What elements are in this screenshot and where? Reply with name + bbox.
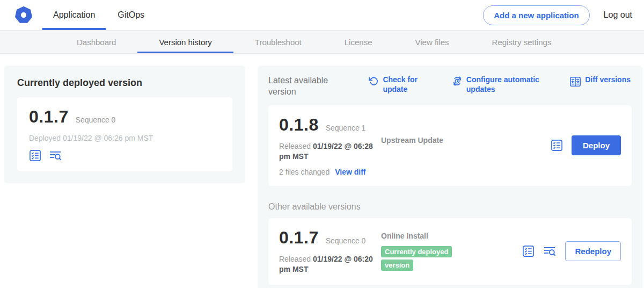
deployed-timestamp: Deployed 01/19/22 @ 06:26 pm MST [29,134,221,142]
configure-automatic-updates-label: Configure automatic updates [466,75,540,94]
diff-versions-button[interactable]: Diff versions [569,75,631,88]
tab-gitops[interactable]: GitOps [106,0,156,30]
files-changed-label: 2 files changed [279,168,330,176]
available-versions-panel: Latest available version Check for updat… [258,66,642,288]
other-sequence-label: Sequence 0 [326,236,366,245]
configure-automatic-updates-button[interactable]: Configure automatic updates [452,75,540,94]
latest-sequence-label: Sequence 1 [326,124,366,132]
logout-button[interactable]: Log out [604,10,632,20]
redeploy-button[interactable]: Redeploy [565,241,621,261]
other-version-info: 0.1.7 Sequence 0 Released 01/19/22 @ 06:… [279,228,381,275]
subnav-item-view-files[interactable]: View files [393,31,470,53]
app-header: Application GitOps Add a new application… [0,0,644,31]
app-logo[interactable] [14,0,33,30]
released-label: Released [279,255,311,263]
other-available-versions-title: Other available versions [268,202,632,212]
subnav-item-registry-settings[interactable]: Registry settings [471,31,573,53]
released-label: Released [279,142,311,150]
diff-versions-icon [569,75,581,88]
preflight-checklist-icon[interactable] [551,139,563,152]
deploy-logs-icon[interactable] [49,149,62,162]
other-version-number: 0.1.7 [279,228,319,248]
subnav-item-license[interactable]: License [323,31,394,53]
auto-update-schedule-icon [452,75,463,87]
refresh-icon [368,75,379,87]
currently-deployed-panel: Currently deployed version 0.1.7 Sequenc… [4,66,245,183]
main-content: Currently deployed version 0.1.7 Sequenc… [0,54,644,288]
add-new-application-button[interactable]: Add a new application [483,5,589,25]
subnav-item-dashboard[interactable]: Dashboard [55,31,137,53]
header-right: Add a new application Log out [483,0,632,30]
deployed-version-card: 0.1.7 Sequence 0 Deployed 01/19/22 @ 06:… [17,97,232,171]
deploy-logs-icon[interactable] [543,245,557,257]
other-version-card: 0.1.7 Sequence 0 Released 01/19/22 @ 06:… [268,218,632,285]
latest-version-source: Upstream Update [381,115,551,145]
app-logo-icon [14,5,33,25]
preflight-checklist-icon[interactable] [29,149,41,162]
deployed-version-number: 0.1.7 [29,107,69,127]
header-tabs: Application GitOps [42,0,156,30]
diff-versions-label: Diff versions [585,75,631,85]
latest-version-number: 0.1.8 [279,115,319,135]
latest-version-info: 0.1.8 Sequence 1 Released 01/19/22 @ 06:… [279,115,381,176]
currently-deployed-title: Currently deployed version [17,77,232,89]
check-for-update-label: Check for update [383,75,422,94]
deploy-button[interactable]: Deploy [572,135,621,155]
check-for-update-button[interactable]: Check for update [368,75,422,94]
app-subnav: Dashboard Version history Troubleshoot L… [0,31,644,54]
view-diff-link[interactable]: View diff [335,168,365,176]
subnav-item-version-history[interactable]: Version history [137,31,233,53]
subnav-item-troubleshoot[interactable]: Troubleshoot [233,31,323,53]
preflight-checklist-icon[interactable] [522,245,535,257]
deployed-sequence-label: Sequence 0 [76,116,116,124]
currently-deployed-badge: Currently deployed version [381,246,452,271]
latest-available-title: Latest available version [268,75,339,98]
latest-version-card: 0.1.8 Sequence 1 Released 01/19/22 @ 06:… [268,105,632,186]
tab-application[interactable]: Application [42,0,106,30]
other-version-source: Online Install [381,232,522,240]
